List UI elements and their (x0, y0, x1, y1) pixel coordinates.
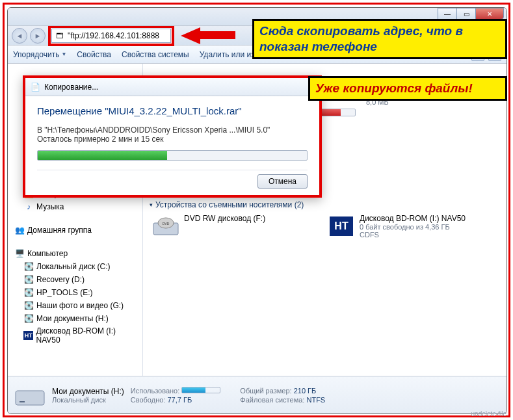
status-total: 210 ГБ (294, 387, 317, 395)
copy-progress-bar (37, 150, 308, 161)
sidebar-item-drive[interactable]: HT Дисковод BD-ROM (I:) NAV50 (8, 325, 142, 346)
properties-button[interactable]: Свойства (77, 50, 111, 59)
drive-item[interactable]: 8,0 МБ (364, 96, 403, 127)
drive-item[interactable]: DVD DVD RW дисковод (F:) (150, 212, 319, 241)
sidebar-item-drive[interactable]: 💽 Локальный диск (C:) (8, 260, 142, 273)
statusbar: Мои документы (H:) Локальный диск Исполь… (8, 376, 506, 413)
computer-icon: 🗔 (53, 30, 65, 42)
sidebar-item-label: HP_TOOLS (E:) (36, 288, 92, 297)
copy-destination: В "H:\Телефоны\ANDDDROIDD\Sony Ericsson … (37, 125, 308, 135)
status-free: 77,7 ГБ (167, 396, 192, 404)
chevron-down-icon: ▾ (150, 202, 153, 208)
status-filesystem: NTFS (306, 396, 325, 404)
copy-dialog-titlebar: 📄 Копирование... (25, 78, 319, 96)
bdrom-icon: HT (327, 214, 356, 239)
organize-button[interactable]: Упорядочить ▼ (13, 50, 66, 59)
svg-text:DVD: DVD (163, 222, 170, 226)
sidebar-item-drive[interactable]: 💽 Наши фото и видео (G:) (8, 299, 142, 312)
sidebar-item-label: Recovery (D:) (36, 275, 85, 284)
cancel-button[interactable]: Отмена (257, 174, 308, 189)
sidebar-item-drive[interactable]: 💽 Мои документы (H:) (8, 312, 142, 325)
section-removable[interactable]: ▾ Устройства со съемными носителями (2) (150, 198, 500, 212)
drive-filesystem: CDFS (360, 231, 492, 239)
drive-icon: 💽 (23, 313, 34, 324)
dvd-drive-icon: DVD (151, 214, 180, 239)
music-icon: ♪ (23, 202, 34, 212)
minimize-button[interactable]: — (438, 8, 457, 20)
bdrom-icon: HT (23, 331, 33, 340)
drive-item[interactable] (325, 131, 358, 163)
sidebar-item-drive[interactable]: 💽 HP_TOOLS (E:) (8, 286, 142, 299)
sidebar-item-drive[interactable]: 💽 Recovery (D:) (8, 273, 142, 286)
chevron-down-icon: ▼ (61, 51, 66, 57)
drive-icon: 💽 (23, 274, 34, 285)
homegroup-icon: 👥 (14, 225, 25, 235)
drive-icon: 💽 (23, 261, 34, 272)
system-properties-button[interactable]: Свойства системы (122, 50, 189, 59)
copy-icon: 📄 (31, 83, 40, 92)
drive-name: Дисковод BD-ROM (I:) NAV50 (360, 214, 492, 223)
hdd-icon (14, 382, 46, 409)
address-input[interactable]: "ftp://192.168.42.101:8888 (66, 31, 170, 40)
status-type: Локальный диск (52, 396, 124, 404)
sidebar-group-computer[interactable]: 🖥️ Компьютер (8, 244, 142, 260)
svg-rect-10 (20, 401, 25, 402)
copy-eta: Осталось примерно 2 мин и 15 сек (37, 135, 308, 144)
svg-rect-9 (16, 391, 44, 405)
sidebar-item-label: Мои документы (H:) (36, 314, 109, 323)
sidebar-item-label: Музыка (36, 202, 64, 211)
maximize-button[interactable]: ▭ (456, 8, 476, 20)
copy-dialog: 📄 Копирование... Перемещение "MIUI4_3.2.… (23, 75, 322, 198)
nav-forward-button[interactable]: ► (30, 28, 46, 44)
nav-back-button[interactable]: ◄ (12, 28, 27, 44)
annotation-text: Уже копируются файлы! (308, 76, 507, 101)
drive-icon: 💽 (23, 287, 34, 298)
sidebar-item-label: Локальный диск (C:) (36, 262, 111, 271)
computer-icon: 🖥️ (14, 248, 25, 259)
sidebar-item-label: Наши фото и видео (G:) (36, 301, 124, 310)
sidebar-item-label: Компьютер (27, 249, 68, 258)
sidebar-item-music[interactable]: ♪ Музыка (8, 200, 142, 213)
status-title: Мои документы (H:) (52, 387, 124, 396)
drive-name: DVD RW дисковод (F:) (184, 214, 317, 223)
copy-dialog-title: Копирование... (44, 83, 98, 92)
explorer-window: — ▭ ✕ ◄ ► 🗔 "ftp://192.168.42.101:8888 У… (7, 7, 507, 414)
annotation-box: 🗔 "ftp://192.168.42.101:8888 (48, 25, 174, 46)
sidebar-item-label: Домашняя группа (27, 226, 92, 235)
close-button[interactable]: ✕ (475, 8, 504, 20)
drive-item[interactable]: HT Дисковод BD-ROM (I:) NAV50 0 байт сво… (325, 212, 494, 241)
drive-freespace: 0 байт свободно из 4,36 ГБ (360, 223, 492, 231)
sidebar-item-label: Дисковод BD-ROM (I:) NAV50 (36, 326, 138, 345)
sidebar-group-homegroup[interactable]: 👥 Домашняя группа (8, 221, 142, 237)
annotation-arrow-icon (181, 27, 200, 44)
drive-icon: 💽 (23, 300, 34, 311)
annotation-text: Сюда скопировать адрес, что в показан те… (252, 19, 507, 59)
watermark: undelete-file (471, 410, 506, 417)
copy-headline: Перемещение "MIUI4_3.2.22_MULTI_lock.rar… (37, 105, 308, 116)
